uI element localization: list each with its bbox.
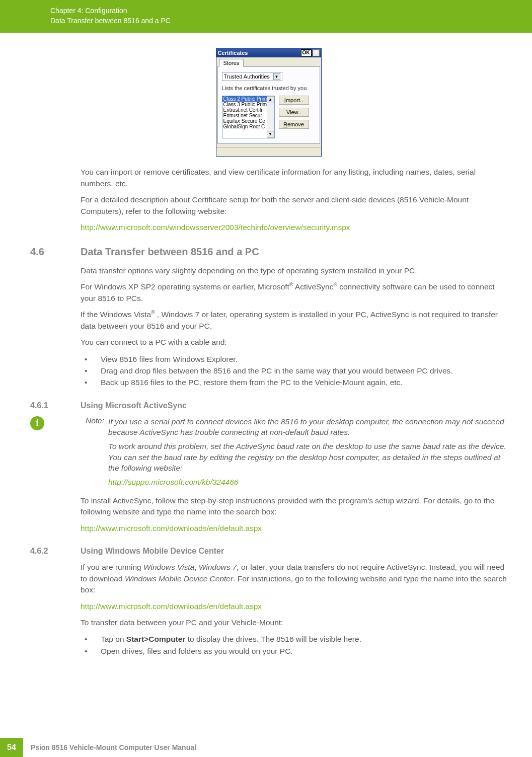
certificates-window: Certificates OK × Stores Trusted Authori… xyxy=(216,48,322,157)
stores-tab[interactable]: Stores xyxy=(219,59,244,67)
dropdown-value: Trusted Authorities xyxy=(224,73,270,80)
paragraph: Data transfer options vary slightly depe… xyxy=(81,265,507,276)
list-item[interactable]: Equifax Secure Ce xyxy=(222,118,267,124)
subsection-heading: 4.6.2 Using Windows Mobile Device Center xyxy=(30,547,507,556)
info-icon: i xyxy=(30,416,44,430)
scroll-up-icon[interactable]: ▲ xyxy=(267,96,274,103)
paragraph: You can import or remove certificates, a… xyxy=(81,167,507,189)
bullet-list: View 8516 files from Windows Explorer. D… xyxy=(81,353,507,389)
paragraph: To transfer data between your PC and you… xyxy=(81,617,507,628)
link-text[interactable]: http://www.microsoft.com/downloads/en/de… xyxy=(81,601,507,612)
scrollbar-track[interactable] xyxy=(267,103,274,131)
link-text[interactable]: http://www.microsoft.com/downloads/en/de… xyxy=(81,523,507,534)
window-titlebar: Certificates OK × xyxy=(216,48,321,57)
section-title: Data Transfer between 8516 and a PC xyxy=(81,246,259,258)
page-footer: 54 Psion 8516 Vehicle-Mount Computer Use… xyxy=(0,738,532,757)
paragraph: You can connect to a PC with a cable and… xyxy=(81,337,507,348)
list-item[interactable]: Entrust.net Secur xyxy=(222,113,267,118)
paragraph: To install ActiveSync, follow the step-b… xyxy=(81,495,507,518)
list-item[interactable]: GlobalSign Root C xyxy=(222,124,267,129)
scroll-down-icon[interactable]: ▼ xyxy=(267,131,274,138)
view-button[interactable]: View.. xyxy=(279,108,309,117)
subsection-number: 4.6.2 xyxy=(30,547,81,556)
window-title: Certificates xyxy=(218,50,248,56)
header-chapter: Chapter 4: Configuration xyxy=(50,6,532,16)
paragraph: For a detailed description about Certifi… xyxy=(81,194,507,217)
chevron-down-icon: ▼ xyxy=(273,73,280,80)
paragraph: For Windows XP SP2 operating systems or … xyxy=(81,281,507,304)
dropdown-description: Lists the certificates trusted by you xyxy=(222,85,316,92)
certificates-listbox[interactable]: ▲ ▼ Class 2 Public Prim Class 3 Public P… xyxy=(222,96,275,138)
header-section: Data Transfer between 8516 and a PC xyxy=(50,16,532,26)
subsection-heading: 4.6.1 Using Microsoft ActiveSync xyxy=(30,401,507,410)
remove-button[interactable]: Remove xyxy=(279,120,309,129)
page-number: 54 xyxy=(0,738,23,757)
window-statusbar xyxy=(216,147,321,156)
note-link[interactable]: http://suppo.microsoft.com/kb/324466 xyxy=(108,477,507,488)
bullet-item: Drag and drop files between the 8516 and… xyxy=(81,365,507,376)
note-label: Note: xyxy=(81,416,108,488)
ok-button[interactable]: OK xyxy=(301,49,312,56)
import-button[interactable]: Import.. xyxy=(279,96,309,105)
bullet-item: Open drives, files and folders as you wo… xyxy=(81,645,507,657)
list-item[interactable]: Entrust.net Certifi xyxy=(222,107,267,113)
note-block: i Note: If you use a serial port to conn… xyxy=(30,416,507,488)
subsection-title: Using Microsoft ActiveSync xyxy=(81,401,187,410)
list-item[interactable]: Class 2 Public Prim xyxy=(222,96,267,102)
authorities-dropdown[interactable]: Trusted Authorities ▼ xyxy=(222,72,282,81)
page-header: Chapter 4: Configuration Data Transfer b… xyxy=(0,0,532,33)
bullet-list: Tap on Start>Computer to display the dri… xyxy=(81,633,507,657)
bullet-item: Tap on Start>Computer to display the dri… xyxy=(81,633,507,645)
subsection-title: Using Windows Mobile Device Center xyxy=(81,547,224,556)
close-button[interactable]: × xyxy=(313,49,320,56)
list-item[interactable]: Class 3 Public Prim xyxy=(222,102,267,107)
page-content: Certificates OK × Stores Trusted Authori… xyxy=(0,33,532,657)
paragraph: If the Windows Vista® , Windows 7 or lat… xyxy=(81,309,507,332)
bullet-item: Back up 8516 files to the PC, restore th… xyxy=(81,376,507,388)
link-text[interactable]: http://www.microsoft.com/windowsserver20… xyxy=(81,222,507,233)
footer-title: Psion 8516 Vehicle-Mount Computer User M… xyxy=(23,743,196,751)
bullet-item: View 8516 files from Windows Explorer. xyxy=(81,353,507,365)
note-text: If you use a serial port to connect devi… xyxy=(108,416,507,488)
section-number: 4.6 xyxy=(30,246,81,258)
section-heading: 4.6 Data Transfer between 8516 and a PC xyxy=(30,246,507,258)
subsection-number: 4.6.1 xyxy=(30,401,81,410)
paragraph: If you are running Windows Vista, Window… xyxy=(81,562,507,595)
